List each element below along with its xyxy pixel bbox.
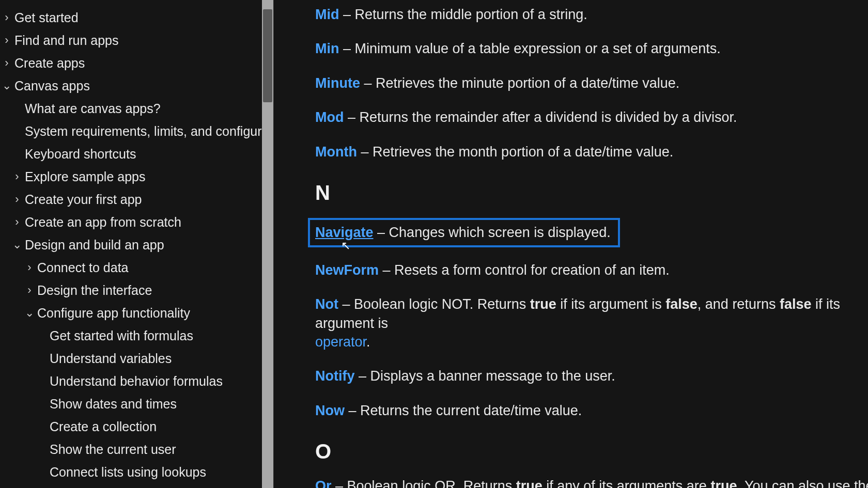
sidebar-item[interactable]: ›What are canvas apps? [0, 97, 262, 120]
fn-link-min[interactable]: Min [315, 41, 339, 56]
fn-desc: – Changes which screen is displayed. [377, 225, 611, 240]
sidebar-item[interactable]: ›Understand behavior formulas [0, 370, 262, 392]
sidebar-item-label: Connect to data [37, 260, 129, 275]
sidebar-item[interactable]: ›Create a collection [0, 415, 262, 438]
sidebar-item-label: Create a collection [50, 419, 157, 434]
sidebar-item-label: Design and build an app [25, 238, 164, 253]
sidebar-item-label: Show the current user [50, 442, 176, 457]
sidebar-item-label: Create your first app [25, 192, 142, 207]
fn-desc: – Returns the remainder after a dividend… [348, 109, 737, 125]
sidebar-item[interactable]: ⌄Canvas apps [0, 74, 262, 97]
sidebar-item-label: Configure app functionality [37, 306, 190, 321]
sidebar-item-label: Design the interface [37, 283, 152, 298]
chevron-right-icon: › [25, 285, 34, 296]
fn-link-not[interactable]: Not [315, 296, 338, 312]
sidebar-item[interactable]: ›Find and run apps [0, 29, 262, 52]
fn-month: Month – Retrieves the month portion of a… [315, 143, 868, 161]
sidebar-item[interactable]: ›System requirements, limits, and config… [0, 120, 262, 143]
sidebar-nav: ›Get started›Find and run apps›Create ap… [0, 0, 262, 488]
fn-newform: NewForm – Resets a form control for crea… [315, 261, 868, 279]
fn-desc: – Displays a banner message to the user. [359, 368, 615, 384]
sidebar-item[interactable]: ›Show dates and times [0, 392, 262, 415]
sidebar-item[interactable]: ›Create an app from scratch [0, 211, 262, 233]
fn-desc: – Retrieves the month portion of a date/… [361, 144, 673, 160]
sidebar-item-label: Connect lists using lookups [50, 465, 206, 480]
sidebar-scrollbar[interactable] [262, 0, 273, 488]
sidebar-item-label: Show dates and times [50, 397, 177, 412]
fn-desc: – Returns the middle portion of a string… [343, 7, 587, 22]
sidebar-item-label: What are canvas apps? [25, 101, 161, 116]
sidebar-item-label: Create apps [14, 56, 85, 71]
mouse-cursor-icon: ↖ [341, 238, 350, 254]
sidebar-item-label: Understand behavior formulas [50, 374, 223, 389]
sidebar-item-label: Canvas apps [14, 78, 90, 93]
fn-navigate-highlight: Navigate – Changes which screen is displ… [308, 218, 620, 247]
main-content: Mid – Returns the middle portion of a st… [274, 0, 868, 488]
fn-link-month[interactable]: Month [315, 144, 357, 160]
fn-link-now[interactable]: Now [315, 403, 345, 418]
fn-desc: – Minimum value of a table expression or… [343, 41, 721, 56]
chevron-right-icon: › [12, 171, 22, 182]
fn-desc: – Returns the current date/time value. [349, 403, 582, 418]
sidebar-item[interactable]: ⌄Configure app functionality [0, 302, 262, 324]
section-heading-o: O [315, 437, 868, 465]
fn-link-mid[interactable]: Mid [315, 7, 339, 22]
sidebar-item-label: Get started with formulas [50, 328, 193, 343]
sidebar-item[interactable]: ›Connect to data [0, 256, 262, 279]
chevron-right-icon: › [25, 262, 34, 273]
sidebar-item-label: System requirements, limits, and configu… [25, 124, 262, 139]
chevron-right-icon: › [12, 194, 22, 205]
sidebar-item[interactable]: ›Understand variables [0, 347, 262, 370]
sidebar-item[interactable]: ›Get started with formulas [0, 324, 262, 347]
chevron-right-icon: › [2, 35, 11, 46]
fn-link-or[interactable]: Or [315, 478, 332, 488]
sidebar-scrollbar-thumb[interactable] [263, 9, 272, 102]
fn-link-notify[interactable]: Notify [315, 368, 355, 384]
sidebar-item[interactable]: ›Show the current user [0, 438, 262, 461]
fn-not: Not – Boolean logic NOT. Returns true if… [315, 295, 868, 351]
section-heading-n: N [315, 179, 868, 207]
sidebar-item-label: Keyboard shortcuts [25, 147, 136, 162]
fn-notify: Notify – Displays a banner message to th… [315, 367, 868, 385]
sidebar-item-label: Understand variables [50, 351, 172, 366]
sidebar-item[interactable]: ›Explore sample apps [0, 165, 262, 188]
fn-link-minute[interactable]: Minute [315, 75, 360, 91]
chevron-down-icon: ⌄ [2, 80, 11, 91]
sidebar-item-label: Get started [14, 10, 79, 25]
sidebar-item-label: Find and run apps [14, 33, 119, 48]
sidebar-item[interactable]: ›Create your first app [0, 188, 262, 211]
fn-desc: – Retrieves the minute portion of a date… [364, 75, 680, 91]
fn-link-navigate[interactable]: Navigate [315, 225, 374, 240]
sidebar-item-label: Explore sample apps [25, 169, 145, 184]
app-root: ›Get started›Find and run apps›Create ap… [0, 0, 868, 488]
fn-now: Now – Returns the current date/time valu… [315, 401, 868, 420]
fn-mid: Mid – Returns the middle portion of a st… [315, 5, 868, 24]
sidebar-item[interactable]: ›Keyboard shortcuts [0, 143, 262, 165]
operator-link[interactable]: operator [315, 334, 366, 350]
sidebar-item[interactable]: ›Design the interface [0, 279, 262, 302]
sidebar: ›Get started›Find and run apps›Create ap… [0, 0, 274, 488]
fn-mod: Mod – Returns the remainder after a divi… [315, 108, 868, 127]
sidebar-item[interactable]: ›Create apps [0, 52, 262, 74]
fn-or: Or – Boolean logic OR. Returns true if a… [315, 477, 868, 488]
fn-desc: – Resets a form control for creation of … [383, 262, 670, 278]
sidebar-item-label: Create an app from scratch [25, 215, 181, 230]
fn-min: Min – Minimum value of a table expressio… [315, 39, 868, 58]
chevron-down-icon: ⌄ [12, 239, 22, 250]
chevron-right-icon: › [2, 12, 11, 23]
sidebar-item[interactable]: ›Connect lists using lookups [0, 461, 262, 483]
fn-link-mod[interactable]: Mod [315, 109, 344, 125]
sidebar-item[interactable]: ›Get started [0, 6, 262, 29]
chevron-down-icon: ⌄ [25, 307, 34, 319]
chevron-right-icon: › [12, 216, 22, 228]
fn-minute: Minute – Retrieves the minute portion of… [315, 74, 868, 92]
fn-link-newform[interactable]: NewForm [315, 262, 379, 278]
chevron-right-icon: › [2, 57, 11, 69]
sidebar-item[interactable]: ⌄Design and build an app [0, 233, 262, 256]
